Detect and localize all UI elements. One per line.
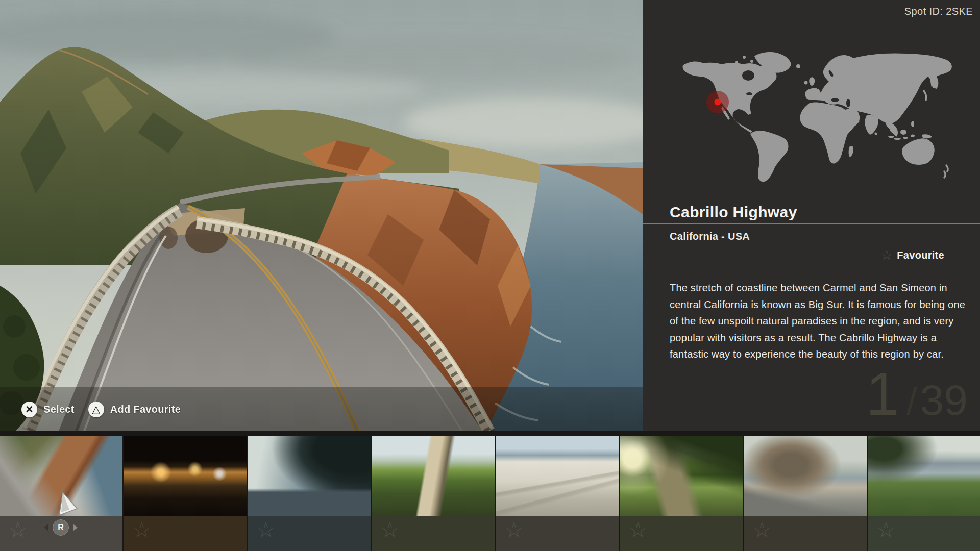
spot-counter: 1 / 39 [866,364,968,424]
thumbnail-1-cabrillo-highway[interactable]: ☆ R [0,436,122,551]
map-marker [706,91,729,113]
thumbnail-image [868,436,980,516]
star-icon: ☆ [256,519,276,541]
thumbnail-image [124,436,247,516]
thumbnail-bar: ☆ [248,516,371,551]
star-icon: ☆ [628,519,648,541]
spot-counter-separator: / [906,383,917,421]
add-favourite-prompt-label: Add Favourite [110,404,181,415]
star-icon: ☆ [504,519,524,541]
select-prompt-label: Select [43,404,75,415]
thumbnail-image [620,436,743,516]
spot-id-label: Spot ID: 2SKE [904,6,973,17]
star-icon: ☆ [876,519,896,541]
thumbnail-strip: ☆ R ☆ ☆ ☆ [0,431,980,551]
spot-photo-cabrillo-highway: ✕ Select △ Add Favourite [0,0,643,431]
cursor-arrow-icon [57,491,79,517]
thumbnail-2-night-town[interactable]: ☆ [124,436,247,551]
spot-region: California - USA [670,231,750,242]
description-line: The stretch of coastline between Carmel … [670,280,980,296]
button-prompts: ✕ Select △ Add Favourite [21,402,181,417]
spot-info-panel: Spot ID: 2SKE [643,0,980,431]
thumbnail-4-bridge-hills[interactable]: ☆ [372,436,495,551]
cross-button-icon: ✕ [21,402,37,417]
favourite-toggle[interactable]: ☆ Favourite [880,248,944,262]
prev-arrow-icon [44,524,48,531]
select-prompt: ✕ Select [21,402,75,417]
favourite-star-icon: ☆ [880,248,893,262]
description-line: of the few unspoilt natural paradises in… [670,313,980,330]
triangle-button-icon: △ [88,402,104,417]
prompt-bar: ✕ Select △ Add Favourite [0,387,643,431]
spot-counter-current: 1 [866,364,899,424]
thumbnail-image [744,436,867,516]
thumbnail-image [372,436,495,516]
thumbnail-image [248,436,371,516]
world-map [673,47,954,186]
spot-description: The stretch of coastline between Carmel … [670,280,980,363]
thumbnail-bar: ☆ [620,516,743,551]
spot-title: Cabrillo Highway [670,204,797,221]
add-favourite-prompt: △ Add Favourite [88,402,181,417]
play-arrow-icon [73,524,78,531]
title-accent-rule [643,223,980,224]
spot-counter-total: 39 [920,379,968,421]
triangle-glyph: △ [92,404,100,414]
cross-glyph: ✕ [26,405,34,414]
star-icon: ☆ [380,519,400,541]
thumbnail-7-rocky-point[interactable]: ☆ [744,436,867,551]
description-line: central California is known as Big Sur. … [670,296,980,313]
r-badge-label: R [58,523,64,532]
thumbnail-bar: ☆ [868,516,980,551]
thumbnail-bar: ☆ [372,516,495,551]
star-icon: ☆ [8,519,28,541]
favourite-label: Favourite [897,249,944,261]
scapes-spot-screen: ✕ Select △ Add Favourite Spot ID: 2SKE [0,0,980,551]
thumbnail-bar: ☆ [744,516,867,551]
thumbnail-image [496,436,619,516]
thumbnail-bar: ☆ [124,516,247,551]
coastal-scene-graphic [0,0,643,431]
thumbnail-8-bay-lawn[interactable]: ☆ [868,436,980,551]
thumbnail-3-misty-coast[interactable]: ☆ [248,436,371,551]
thumbnail-bar: ☆ [496,516,619,551]
r-shoulder-button-badge: R [53,519,69,536]
thumbnail-6-tree-road[interactable]: ☆ [620,436,743,551]
description-line: popular with visitors as a result. The C… [670,330,980,346]
star-icon: ☆ [752,519,772,541]
description-line: fantastic way to experience the beauty o… [670,346,980,363]
thumbnail-5-sand-dunes[interactable]: ☆ [496,436,619,551]
star-icon: ☆ [132,519,152,541]
